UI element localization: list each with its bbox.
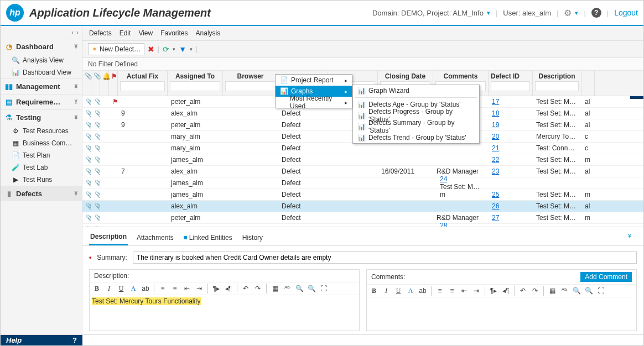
c-italic-icon[interactable]: I <box>381 286 391 296</box>
c-zoomout-icon[interactable]: 🔍 <box>572 286 581 296</box>
sidebar-item-test-resources[interactable]: ⚙Test Resources <box>1 125 82 137</box>
list-num-icon[interactable]: ≡ <box>158 284 168 293</box>
col-browser[interactable]: Browser <box>225 72 276 81</box>
defect-id-link[interactable]: 20 <box>492 133 499 140</box>
table-row[interactable]: 📎📎james_almDefect22Test Set: Mercur…m <box>82 154 643 166</box>
detail-collapse-icon[interactable]: ¥ <box>622 229 637 245</box>
c-spell-icon[interactable]: ᴬᵇ <box>559 286 569 296</box>
rtl-icon[interactable]: ◂¶ <box>224 284 233 293</box>
table-icon[interactable]: ▦ <box>270 284 280 293</box>
table-row[interactable]: 📎📎james_almDefectR&D Manager 24Test Set:… <box>82 177 643 189</box>
col-tail[interactable] <box>584 72 592 81</box>
summary-input[interactable] <box>133 251 637 264</box>
defect-id-link[interactable]: 17 <box>492 98 499 106</box>
sidebar-group-defects[interactable]: ▮Defects¥ <box>1 186 82 201</box>
menu-analysis[interactable]: Analysis <box>196 29 221 37</box>
col-actual-fix-time[interactable]: Actual Fix Time <box>120 72 165 81</box>
col-comments[interactable]: Comments <box>435 72 486 81</box>
c-highlight-icon[interactable]: ab <box>418 286 428 296</box>
nav-forward-icon[interactable]: › <box>76 28 79 36</box>
sidebar-item-dashboard-view[interactable]: 📊Dashboard View <box>1 66 82 78</box>
col-attach2-icon[interactable]: 📎 <box>94 72 97 81</box>
menu-defects[interactable]: Defects <box>89 29 112 37</box>
defect-id-link[interactable]: 21 <box>492 144 499 152</box>
sidebar-item-business-com[interactable]: ▦Business Com… <box>1 137 82 149</box>
gear-icon[interactable]: ⚙ <box>564 8 572 18</box>
indent-inc-icon[interactable]: ⇥ <box>194 284 204 293</box>
zoomout-icon[interactable]: 🔍 <box>294 284 304 293</box>
col-bell-icon[interactable]: 🔔 <box>102 72 106 81</box>
expand-icon[interactable]: ⛶ <box>319 284 329 293</box>
tab-description[interactable]: Description <box>89 229 128 245</box>
defect-id-link[interactable]: 25 <box>492 191 499 198</box>
sidebar-item-test-lab[interactable]: 🧪Test Lab <box>1 161 82 174</box>
menu-item[interactable]: 📊Graph Wizard <box>353 85 479 96</box>
nav-back-icon[interactable]: ‹ <box>71 28 74 36</box>
defect-id-link[interactable]: 19 <box>492 121 499 129</box>
c-redo-icon[interactable]: ↷ <box>530 286 540 296</box>
defect-id-link[interactable]: 27 <box>492 214 499 222</box>
ltr-icon[interactable]: ¶▸ <box>211 284 221 293</box>
defect-id-link[interactable]: 24 <box>440 175 447 183</box>
c-underline-icon[interactable]: U <box>393 286 403 296</box>
tab-history[interactable]: History <box>241 229 264 245</box>
filter-defect-id[interactable] <box>491 81 530 91</box>
new-defect-button[interactable]: ✶ New Defect… <box>88 43 144 55</box>
tab-attachments[interactable]: Attachments <box>136 229 175 245</box>
filter-description[interactable] <box>535 81 579 91</box>
c-table-icon[interactable]: ▦ <box>547 286 557 296</box>
logout-link[interactable]: Logout <box>614 8 638 17</box>
list-bul-icon[interactable]: ≡ <box>170 284 180 293</box>
menu-edit[interactable]: Edit <box>120 29 131 37</box>
menu-item[interactable]: 📄Project Report▸ <box>276 75 352 86</box>
delete-icon[interactable]: ✖ <box>148 45 154 54</box>
refresh-dropdown-icon[interactable]: ▾ <box>173 46 175 52</box>
underline-icon[interactable]: U <box>116 284 126 293</box>
table-row[interactable]: 📎📎peter_almDefect27Test Set: Mercur…m <box>82 212 643 224</box>
c-undo-icon[interactable]: ↶ <box>518 286 528 296</box>
filter-browser[interactable] <box>225 81 276 91</box>
project-dropdown-icon[interactable]: ▾ <box>487 9 490 17</box>
sidebar-group-testing[interactable]: ⚗Testing¥ <box>1 109 82 125</box>
sidebar-item-test-runs[interactable]: ▶Test Runs <box>1 174 82 186</box>
menu-item[interactable]: 📊Defects Summary - Group by 'Status' <box>353 121 479 132</box>
refresh-icon[interactable]: ⟳ <box>163 45 169 54</box>
indent-dec-icon[interactable]: ⇤ <box>182 284 192 293</box>
menu-view[interactable]: View <box>138 29 153 37</box>
tab-linked-entities[interactable]: Linked Entities <box>183 229 233 245</box>
defect-id-link[interactable]: 26 <box>492 202 499 210</box>
sidebar-group-requirements[interactable]: ▤Requireme…¥ <box>1 94 82 109</box>
undo-icon[interactable]: ↶ <box>241 284 251 293</box>
filter-assigned-to[interactable] <box>170 81 220 91</box>
italic-icon[interactable]: I <box>104 284 114 293</box>
table-row[interactable]: 📎📎peter_almDefectR&D Manager 28Test Set:… <box>82 224 643 227</box>
table-row[interactable]: 📎📎alex_almDefect26Test Set: Mercur…al <box>82 201 643 212</box>
sidebar-group-management[interactable]: ▮▮Management¥ <box>1 78 82 94</box>
c-ltr-icon[interactable]: ¶▸ <box>489 286 498 296</box>
analysis-menu[interactable]: 📄Project Report▸📊Graphs▸Most Recently Us… <box>275 74 352 108</box>
col-defect-id[interactable]: Defect ID <box>491 72 530 81</box>
zoomin-icon[interactable]: 🔍 <box>307 284 316 293</box>
gear-dropdown-icon[interactable]: ▾ <box>575 9 578 17</box>
col-attach-icon[interactable]: 📎 <box>85 72 89 81</box>
menu-favorites[interactable]: Favorites <box>160 29 188 37</box>
defect-id-link[interactable]: 18 <box>492 109 499 117</box>
c-list-bul-icon[interactable]: ≡ <box>447 286 457 296</box>
highlight-icon[interactable]: ab <box>141 284 150 293</box>
c-expand-icon[interactable]: ⛶ <box>596 286 606 296</box>
col-assigned-to[interactable]: Assigned To <box>170 72 220 81</box>
c-bold-icon[interactable]: B <box>369 286 379 296</box>
description-editor[interactable]: Test Set: Mercury Tours Functionality <box>90 295 359 331</box>
sidebar-group-dashboard[interactable]: ◔Dashboard¥ <box>1 39 82 54</box>
c-font-icon[interactable]: A <box>406 286 416 296</box>
comments-editor[interactable] <box>367 297 636 331</box>
help-icon[interactable]: ? <box>591 8 601 18</box>
c-indent-inc-icon[interactable]: ⇥ <box>471 286 481 296</box>
table-row[interactable]: 📎📎7alex_almDefect16/09/201123Test Set: M… <box>82 166 643 177</box>
defect-id-link[interactable]: 28 <box>440 222 447 227</box>
col-closing-date[interactable]: Closing Date <box>380 72 430 81</box>
c-indent-dec-icon[interactable]: ⇤ <box>459 286 469 296</box>
menu-item[interactable]: 📊Defects Trend - Group by 'Status' <box>353 132 479 143</box>
graphs-submenu[interactable]: 📊Graph Wizard📊Defects Age - Group by 'St… <box>352 85 480 144</box>
sidebar-item-analysis-view[interactable]: 🔍Analysis View <box>1 54 82 66</box>
